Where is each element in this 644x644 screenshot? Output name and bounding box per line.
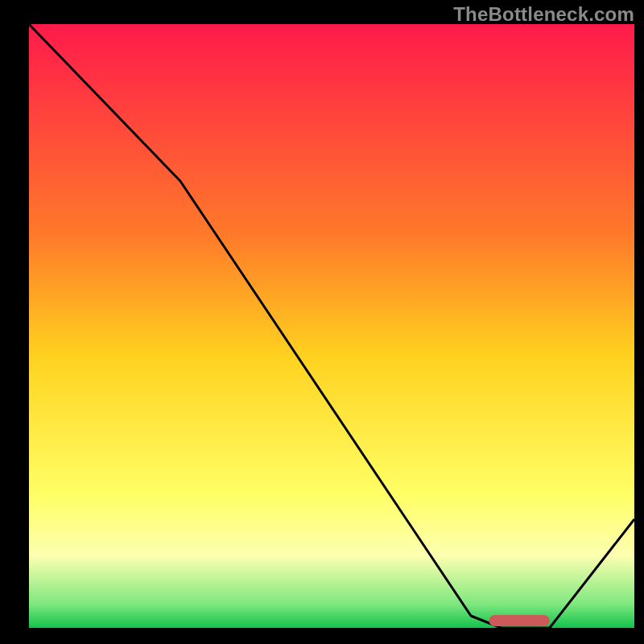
optimal-range-marker (489, 615, 550, 626)
bottleneck-chart (0, 0, 644, 644)
plot-background (29, 24, 634, 628)
chart-root: TheBottleneck.com (0, 0, 644, 644)
attribution-text: TheBottleneck.com (453, 3, 634, 26)
